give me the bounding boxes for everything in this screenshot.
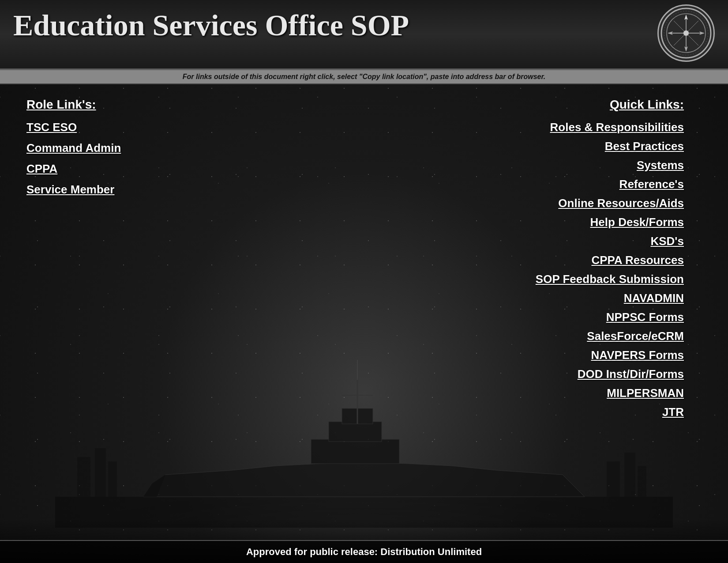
- footer-text: Approved for public release: Distributio…: [246, 546, 482, 557]
- page-title: Education Services Office SOP: [13, 9, 409, 42]
- link-online-resources[interactable]: Online Resources/Aids: [558, 196, 684, 210]
- link-roles-responsibilities[interactable]: Roles & Responsibilities: [550, 121, 684, 134]
- link-command-admin[interactable]: Command Admin: [26, 141, 203, 155]
- link-nppsc-forms[interactable]: NPPSC Forms: [606, 310, 684, 324]
- link-navpers-forms[interactable]: NAVPERS Forms: [591, 348, 684, 362]
- link-help-desk-forms[interactable]: Help Desk/Forms: [590, 215, 684, 229]
- link-tsc-eso[interactable]: TSC ESO: [26, 121, 203, 134]
- link-navadmin[interactable]: NAVADMIN: [624, 291, 684, 305]
- link-ksds[interactable]: KSD's: [650, 234, 684, 248]
- left-column: Role Link's: TSC ESO Command Admin CPPA …: [26, 98, 203, 537]
- link-references[interactable]: Reference's: [619, 178, 684, 191]
- link-service-member[interactable]: Service Member: [26, 183, 203, 196]
- right-column: Quick Links: Roles & Responsibilities Be…: [203, 98, 710, 537]
- seal-svg: [660, 7, 713, 60]
- link-milpersman[interactable]: MILPERSMAN: [607, 386, 684, 400]
- link-sop-feedback[interactable]: SOP Feedback Submission: [536, 272, 684, 286]
- seal-logo: [657, 4, 715, 62]
- link-dod-inst[interactable]: DOD Inst/Dir/Forms: [578, 367, 684, 381]
- link-systems[interactable]: Systems: [637, 159, 684, 172]
- footer: Approved for public release: Distributio…: [0, 540, 728, 563]
- header: Education Services Office SOP: [0, 0, 728, 69]
- quick-links-heading: Quick Links:: [610, 98, 684, 112]
- subheader-text: For links outside of this document right…: [183, 73, 545, 80]
- page-wrapper: Education Services Office SOP: [0, 0, 728, 563]
- link-best-practices[interactable]: Best Practices: [605, 140, 684, 153]
- link-cppa-resources[interactable]: CPPA Resources: [591, 253, 684, 267]
- link-salesforce-ecrm[interactable]: SalesForce/eCRM: [587, 329, 684, 343]
- content-area: Role Link's: TSC ESO Command Admin CPPA …: [0, 84, 728, 563]
- link-cppa[interactable]: CPPA: [26, 162, 203, 176]
- svg-point-26: [683, 30, 689, 36]
- role-links-heading: Role Link's:: [26, 98, 203, 112]
- link-jtr[interactable]: JTR: [662, 405, 684, 419]
- subheader-bar: For links outside of this document right…: [0, 69, 728, 84]
